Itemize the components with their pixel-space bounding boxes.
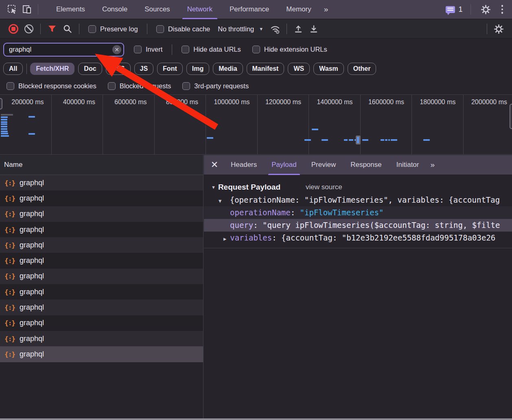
third-party-requests-checkbox[interactable] [182, 82, 190, 90]
network-settings-gear-icon[interactable] [491, 20, 506, 39]
request-row[interactable]: {:}graphql [0, 331, 203, 346]
chip-img[interactable]: Img [186, 63, 209, 75]
inspect-element-icon[interactable] [5, 0, 20, 19]
preserve-log-checkbox[interactable] [88, 25, 96, 33]
waterfall-bar [385, 139, 387, 141]
view-source-link[interactable]: view source [306, 183, 342, 191]
colon: : [291, 208, 300, 217]
record-network-log-icon[interactable] [6, 20, 21, 39]
chip-doc[interactable]: Doc [78, 63, 102, 75]
request-row[interactable]: {:}graphql [0, 269, 203, 284]
throttling-dropdown[interactable]: No throttling ▼ [218, 25, 263, 33]
waterfall-bar [1, 128, 7, 130]
request-row[interactable]: {:}graphql [0, 253, 203, 268]
hide-data-urls-toggle[interactable]: Hide data URLs [182, 46, 241, 53]
waterfall-bar [1, 119, 7, 120]
tab-sources[interactable]: Sources [136, 0, 178, 19]
waterfall-bar [423, 139, 430, 141]
invert-toggle[interactable]: Invert [134, 46, 162, 53]
disable-cache-toggle[interactable]: Disable cache [156, 25, 210, 33]
issues-counter[interactable]: 1 [446, 5, 462, 14]
tab-memory[interactable]: Memory [278, 0, 319, 19]
network-overview-timeline[interactable]: 200000 ms400000 ms600000 ms800000 ms1000… [0, 94, 512, 155]
request-row[interactable]: {:}graphql [0, 206, 203, 222]
blocked-response-cookies-checkbox[interactable] [7, 82, 14, 90]
settings-gear-icon[interactable] [479, 0, 493, 19]
device-toolbar-icon[interactable] [20, 0, 34, 19]
hide-extension-urls-checkbox[interactable] [252, 46, 260, 53]
detail-tab-headers[interactable]: Headers [223, 155, 264, 175]
disable-cache-checkbox[interactable] [156, 25, 164, 33]
blocked-requests-checkbox[interactable] [108, 82, 116, 90]
close-detail-icon[interactable]: ✕ [206, 160, 223, 170]
json-request-icon: {:} [4, 226, 15, 234]
chip-wasm[interactable]: Wasm [313, 63, 344, 75]
tab-network[interactable]: Network [179, 0, 221, 19]
request-row[interactable]: {:}graphql [0, 300, 203, 315]
more-options-kebab-icon[interactable] [497, 2, 508, 16]
request-row[interactable]: {:}graphql [0, 190, 203, 206]
payload-operation-row[interactable]: operationName: "ipFlowTimeseries" [204, 206, 512, 219]
payload-variables-row[interactable]: ▶variables: {accountTag: "b12e3b2192ee55… [204, 232, 512, 244]
search-icon[interactable] [60, 20, 75, 39]
tab-console[interactable]: Console [94, 0, 136, 19]
hide-data-urls-checkbox[interactable] [182, 46, 189, 53]
request-row[interactable]: {:}graphql [0, 175, 203, 190]
third-party-requests-toggle[interactable]: 3rd-party requests [182, 82, 249, 90]
divider [40, 24, 41, 34]
chip-ws[interactable]: WS [288, 63, 310, 75]
expander-down-icon[interactable]: ▼ [211, 185, 216, 190]
request-payload-section-header[interactable]: ▼ Request Payload view source [204, 180, 512, 194]
chip-fetch-xhr[interactable]: Fetch/XHR [30, 63, 74, 75]
blocked-requests-toggle[interactable]: Blocked requests [108, 82, 171, 90]
json-string-value: "query ipFlowTimeseries($accountTag: str… [263, 221, 500, 230]
detail-tab-preview[interactable]: Preview [304, 155, 343, 175]
detail-tab-payload[interactable]: Payload [264, 155, 304, 175]
import-har-icon[interactable] [291, 20, 306, 39]
invert-checkbox[interactable] [134, 46, 142, 53]
request-row[interactable]: {:}graphql [0, 346, 203, 362]
divider [204, 248, 512, 248]
json-key: variables [230, 233, 272, 242]
export-har-icon[interactable] [306, 20, 322, 39]
expander-down-icon[interactable]: ▼ [219, 198, 221, 204]
chip-font[interactable]: Font [157, 63, 183, 75]
divider [147, 24, 147, 34]
detail-tab-initiator[interactable]: Initiator [389, 155, 427, 175]
chip-css[interactable]: CSS [106, 63, 131, 75]
chip-other[interactable]: Other [348, 63, 376, 75]
payload-query-row-selected[interactable]: query: "query ipFlowTimeseries($accountT… [204, 219, 512, 232]
tab-elements[interactable]: Elements [48, 0, 94, 19]
json-request-icon: {:} [4, 195, 15, 202]
chip-manifest[interactable]: Manifest [247, 63, 284, 75]
colon: : [253, 221, 263, 230]
request-row[interactable]: {:}graphql [0, 237, 203, 253]
chip-all[interactable]: All [3, 63, 23, 75]
tab-performance[interactable]: Performance [221, 0, 278, 19]
chip-js[interactable]: JS [134, 63, 154, 75]
more-tabs-chevron-icon[interactable]: » [320, 5, 332, 14]
request-row[interactable]: {:}graphql [0, 284, 203, 300]
payload-preview-row[interactable]: ▼ {operationName: "ipFlowTimeseries", va… [204, 194, 512, 206]
network-conditions-wifi-icon[interactable] [267, 20, 283, 39]
name-column-header[interactable]: Name [0, 155, 203, 175]
json-request-icon: {:} [4, 257, 15, 265]
clear-network-log-icon[interactable] [21, 20, 37, 39]
expander-right-icon[interactable]: ▶ [223, 236, 226, 242]
timeline-column: 1200000 ms [258, 95, 309, 154]
blocked-response-cookies-toggle[interactable]: Blocked response cookies [7, 82, 96, 90]
json-request-icon: {:} [4, 335, 15, 343]
detail-tab-response[interactable]: Response [343, 155, 389, 175]
hide-extension-urls-toggle[interactable]: Hide extension URLs [252, 46, 327, 53]
request-row[interactable]: {:}graphql [0, 315, 203, 331]
filter-funnel-icon[interactable] [44, 20, 60, 39]
invert-label: Invert [146, 46, 162, 53]
chip-media[interactable]: Media [213, 63, 243, 75]
request-row[interactable]: {:}graphql [0, 222, 203, 237]
clear-filter-icon[interactable]: ✕ [112, 45, 121, 54]
filter-row: ✕ Invert Hide data URLs Hide extension U… [0, 39, 512, 60]
detail-more-tabs-chevron-icon[interactable]: » [426, 160, 438, 169]
filter-input[interactable] [3, 43, 124, 57]
json-request-icon: {:} [4, 319, 15, 327]
preserve-log-toggle[interactable]: Preserve log [88, 25, 138, 33]
